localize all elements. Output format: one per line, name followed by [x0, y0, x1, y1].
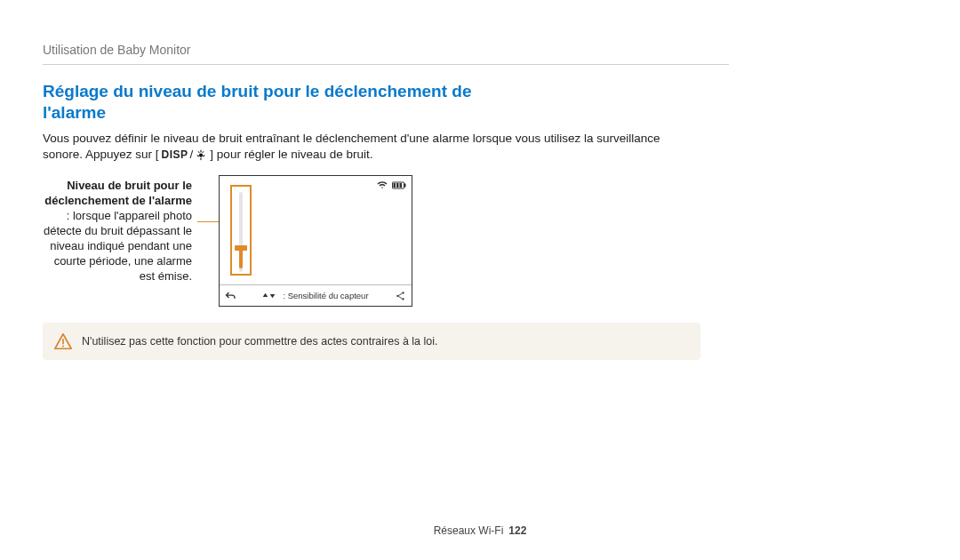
button-combo: DISP/	[162, 147, 208, 163]
svg-rect-2	[394, 183, 396, 188]
disp-label: DISP	[162, 149, 188, 160]
footer-label: Réseaux Wi-Fi	[434, 524, 504, 537]
svg-rect-1	[404, 183, 406, 187]
warning-icon	[53, 332, 73, 351]
divider	[43, 64, 729, 65]
device-bottom-label: : Sensibilité du capteur	[283, 291, 368, 300]
page-number: 122	[508, 524, 526, 537]
status-bar	[377, 180, 406, 189]
wifi-icon	[377, 180, 388, 189]
breadcrumb: Utilisation de Baby Monitor	[43, 43, 729, 57]
section-heading: Réglage du niveau de bruit pour le décle…	[43, 81, 505, 124]
svg-point-6	[402, 292, 404, 293]
callout-text: Niveau de bruit pour le déclenchement de…	[43, 175, 192, 284]
svg-point-9	[62, 346, 64, 348]
callout-pointer	[199, 175, 212, 222]
svg-rect-3	[396, 183, 399, 188]
slash: /	[190, 147, 194, 163]
body-paragraph: Vous pouvez définir le niveau de bruit e…	[43, 131, 692, 164]
warning-text: N'utilisez pas cette fonction pour comme…	[82, 335, 438, 348]
noise-level-slider[interactable]	[230, 185, 252, 276]
up-down-icon	[262, 292, 276, 299]
battery-icon	[392, 181, 406, 189]
back-icon[interactable]	[225, 291, 236, 301]
callout-title: Niveau de bruit pour le déclenchement de…	[44, 179, 192, 207]
warning-box: N'utilisez pas cette fonction pour comme…	[43, 323, 700, 360]
share-icon[interactable]	[396, 291, 406, 301]
figure: Niveau de bruit pour le déclenchement de…	[43, 175, 729, 307]
device-screen-main	[220, 176, 412, 284]
callout-sep: :	[67, 209, 73, 222]
device-bottom-bar: : Sensibilité du capteur	[220, 284, 412, 306]
svg-rect-4	[400, 183, 403, 188]
slider-handle[interactable]	[235, 245, 247, 251]
macro-flower-icon	[195, 148, 207, 161]
body-text-post: ] pour régler le niveau de bruit.	[210, 148, 372, 161]
page-footer: Réseaux Wi-Fi122	[0, 524, 960, 537]
device-screen: : Sensibilité du capteur	[219, 175, 412, 307]
svg-point-7	[402, 298, 404, 300]
